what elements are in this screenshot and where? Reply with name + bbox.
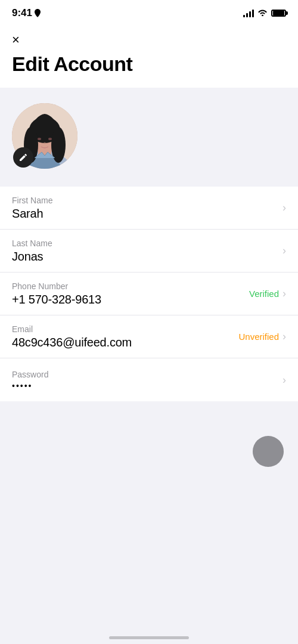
svg-point-8 xyxy=(38,138,41,140)
last-name-label: Last Name xyxy=(12,239,283,248)
password-label: Password xyxy=(12,370,283,379)
status-bar: 9:41 xyxy=(0,0,298,26)
first-name-chevron: › xyxy=(283,202,286,214)
phone-number-value: +1 570-328-9613 xyxy=(12,293,249,306)
status-icons xyxy=(243,8,286,18)
status-time: 9:41 xyxy=(12,7,41,19)
password-row-right: › xyxy=(283,374,286,386)
email-content: Email 48c9c436@uifeed.com xyxy=(12,324,238,349)
unverified-badge: Unverified xyxy=(238,332,279,342)
email-row-right: Unverified › xyxy=(238,330,286,343)
time-display: 9:41 xyxy=(12,7,32,19)
first-name-row[interactable]: First Name Sarah › xyxy=(0,187,298,230)
phone-number-chevron: › xyxy=(283,287,286,300)
pencil-icon xyxy=(18,153,28,162)
email-label: Email xyxy=(12,324,238,334)
last-name-row[interactable]: Last Name Jonas › xyxy=(0,230,298,273)
first-name-content: First Name Sarah xyxy=(12,196,283,221)
first-name-value: Sarah xyxy=(12,207,283,221)
last-name-value: Jonas xyxy=(12,250,283,264)
edit-avatar-button[interactable] xyxy=(13,147,33,168)
avatar-wrapper xyxy=(12,103,77,169)
signal-icon xyxy=(243,9,254,17)
phone-number-row[interactable]: Phone Number +1 570-328-9613 Verified › xyxy=(0,273,298,315)
email-row[interactable]: Email 48c9c436@uifeed.com Unverified › xyxy=(0,315,298,358)
phone-number-label: Phone Number xyxy=(12,281,249,291)
last-name-content: Last Name Jonas xyxy=(12,239,283,264)
location-icon xyxy=(35,9,41,17)
password-chevron: › xyxy=(283,374,286,386)
password-content: Password ••••• xyxy=(12,370,283,391)
first-name-row-right: › xyxy=(283,202,286,214)
phone-number-row-right: Verified › xyxy=(249,287,286,300)
svg-point-9 xyxy=(48,138,52,140)
email-chevron: › xyxy=(283,330,286,343)
wifi-icon xyxy=(257,8,268,18)
password-row[interactable]: Password ••••• › xyxy=(0,358,298,401)
password-value: ••••• xyxy=(12,381,283,391)
form-section: First Name Sarah › Last Name Jonas › Pho… xyxy=(0,187,298,401)
header: × Edit Account xyxy=(0,26,298,88)
profile-section xyxy=(0,89,298,185)
page-title: Edit Account xyxy=(12,52,286,76)
battery-icon xyxy=(271,10,286,17)
first-name-label: First Name xyxy=(12,196,283,205)
verified-badge: Verified xyxy=(249,289,279,299)
phone-number-content: Phone Number +1 570-328-9613 xyxy=(12,281,249,306)
email-value: 48c9c436@uifeed.com xyxy=(12,336,238,349)
last-name-row-right: › xyxy=(283,244,286,257)
svg-point-10 xyxy=(44,143,46,144)
fab-button[interactable] xyxy=(253,436,284,467)
home-indicator xyxy=(109,636,189,639)
bottom-area xyxy=(0,401,298,521)
last-name-chevron: › xyxy=(283,244,286,257)
close-button[interactable]: × xyxy=(12,33,20,47)
